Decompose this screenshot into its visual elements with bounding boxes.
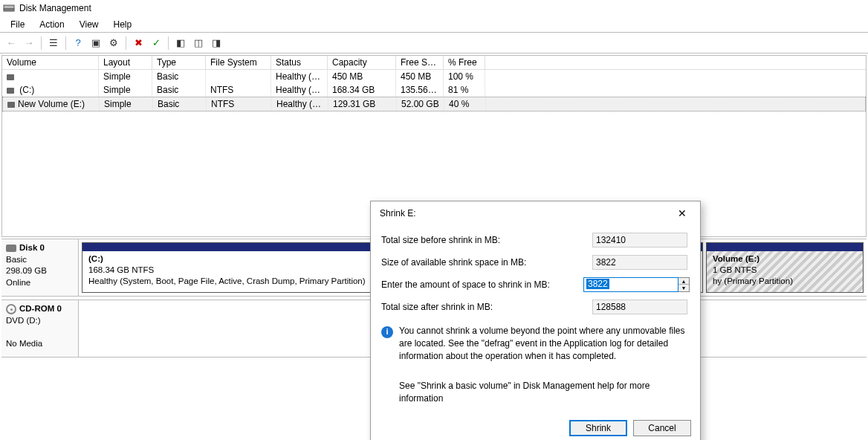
drive-status: No Media (6, 339, 42, 348)
shrink-dialog: Shrink E: ✕ Total size before shrink in … (370, 201, 701, 440)
volume-free: 135.56 GB (396, 83, 444, 97)
svg-rect-1 (4, 9, 14, 11)
volume-name: (C:) (17, 85, 34, 95)
close-icon[interactable]: ✕ (673, 207, 691, 219)
toolbar: ← → ☰ ? ▣ ⚙ ✖ ✓ ◧ ◫ ◨ (0, 33, 868, 54)
volume-fs (206, 70, 271, 83)
col-capacity[interactable]: Capacity (328, 56, 396, 69)
disk-status: Online (6, 278, 30, 287)
volume-status: Healthy (P... (272, 97, 328, 111)
volume-row[interactable]: New Volume (E:) Simple Basic NTFS Health… (2, 97, 866, 111)
volume-type: Basic (152, 83, 206, 97)
toolbar-separator (65, 36, 66, 50)
delete-icon[interactable]: ✖ (130, 35, 146, 51)
volume-status: Healthy (R... (271, 70, 328, 83)
before-value (592, 233, 687, 248)
info-text: You cannot shrink a volume beyond the po… (399, 325, 690, 362)
volume-row[interactable]: (C:) Simple Basic NTFS Healthy (S... 168… (2, 83, 866, 97)
spinner: ▲ ▼ (678, 277, 690, 292)
disk-info[interactable]: Disk 0 Basic 298.09 GB Online (1, 239, 79, 296)
partition-status: hy (Primary Partition) (713, 276, 793, 285)
col-layout[interactable]: Layout (99, 56, 152, 69)
volume-type: Basic (152, 70, 206, 83)
menu-help[interactable]: Help (106, 19, 140, 30)
volume-layout: Simple (99, 83, 152, 97)
col-volume[interactable]: Volume (2, 56, 99, 69)
volume-row[interactable]: Simple Basic Healthy (R... 450 MB 450 MB… (2, 70, 866, 83)
col-filesystem[interactable]: File System (206, 56, 271, 69)
shrink-button[interactable]: Shrink (569, 420, 627, 436)
forward-icon[interactable]: → (21, 35, 37, 51)
avail-label: Size of available shrink space in MB: (381, 257, 592, 268)
volume-name: New Volume (E:) (18, 99, 85, 109)
partition-stripe (707, 243, 863, 251)
after-label: Total size after shrink in MB: (381, 302, 592, 312)
avail-value (592, 255, 687, 270)
volume-type: Basic (153, 97, 207, 111)
col-pct[interactable]: % Free (444, 56, 485, 69)
console-icon[interactable]: ▣ (88, 35, 104, 51)
volume-pct: 81 % (444, 83, 485, 97)
volume-list-header: Volume Layout Type File System Status Ca… (2, 56, 866, 70)
volume-icon (7, 88, 14, 94)
info-icon: i (381, 326, 393, 338)
volume-pct: 40 % (444, 97, 486, 111)
volume-free: 450 MB (396, 70, 444, 83)
cd-icon (6, 304, 16, 314)
action3-icon[interactable]: ◨ (208, 35, 224, 51)
show-hide-tree-icon[interactable]: ☰ (45, 35, 62, 51)
volume-layout: Simple (100, 97, 153, 111)
dialog-buttons: Shrink Cancel (371, 414, 700, 440)
cancel-button[interactable]: Cancel (633, 420, 691, 436)
partition-size: 1 GB NTFS (713, 265, 757, 274)
volume-layout: Simple (99, 70, 152, 83)
help-icon[interactable]: ? (70, 35, 86, 51)
action1-icon[interactable]: ◧ (172, 35, 189, 51)
menu-action[interactable]: Action (32, 19, 71, 30)
volume-status: Healthy (S... (271, 83, 328, 97)
volume-icon (7, 74, 14, 80)
dialog-title: Shrink E: (380, 208, 416, 219)
check-icon[interactable]: ✓ (148, 35, 164, 51)
drive-name: CD-ROM 0 (19, 304, 62, 313)
refresh-icon[interactable]: ⚙ (106, 35, 122, 51)
disk-type: Basic (6, 255, 27, 264)
volume-capacity: 168.34 GB (328, 83, 396, 97)
spinner-up-icon[interactable]: ▲ (678, 278, 689, 285)
dialog-help-text: See "Shrink a basic volume" in Disk Mana… (399, 380, 690, 405)
title-bar: Disk Management (0, 0, 868, 16)
menu-bar: File Action View Help (0, 16, 868, 33)
disk-size: 298.09 GB (6, 266, 47, 275)
toolbar-separator (126, 36, 126, 50)
menu-file[interactable]: File (3, 19, 32, 30)
amount-label: Enter the amount of space to shrink in M… (381, 279, 583, 290)
volume-fs: NTFS (207, 97, 272, 111)
volume-free: 52.00 GB (397, 97, 444, 111)
toolbar-separator (41, 36, 42, 50)
col-status[interactable]: Status (271, 56, 328, 69)
volume-icon (7, 102, 15, 108)
svg-rect-0 (4, 5, 14, 9)
disk-info[interactable]: CD-ROM 0 DVD (D:) No Media (1, 300, 79, 357)
menu-view[interactable]: View (72, 19, 106, 30)
partition-label: Volume (E:) (713, 254, 760, 263)
partition-e[interactable]: Volume (E:) 1 GB NTFS hy (Primary Partit… (706, 242, 864, 293)
dialog-titlebar: Shrink E: ✕ (371, 201, 700, 224)
volume-fs: NTFS (206, 83, 271, 97)
partition-size: 168.34 GB NTFS (88, 265, 154, 274)
drive-letter: DVD (D:) (6, 316, 41, 325)
col-type[interactable]: Type (152, 56, 206, 69)
dialog-body: Total size before shrink in MB: Size of … (371, 224, 700, 414)
after-value (592, 300, 687, 314)
spinner-down-icon[interactable]: ▼ (678, 285, 689, 291)
window-title: Disk Management (19, 3, 91, 13)
col-free[interactable]: Free Spa... (396, 56, 444, 69)
volume-capacity: 450 MB (328, 70, 396, 83)
app-icon (3, 2, 15, 14)
toolbar-separator (168, 36, 169, 50)
before-label: Total size before shrink in MB: (381, 235, 592, 245)
partition-status: Healthy (System, Boot, Page File, Active… (88, 276, 366, 285)
partition-label: (C:) (88, 254, 103, 263)
back-icon[interactable]: ← (3, 35, 19, 51)
action2-icon[interactable]: ◫ (190, 35, 207, 51)
